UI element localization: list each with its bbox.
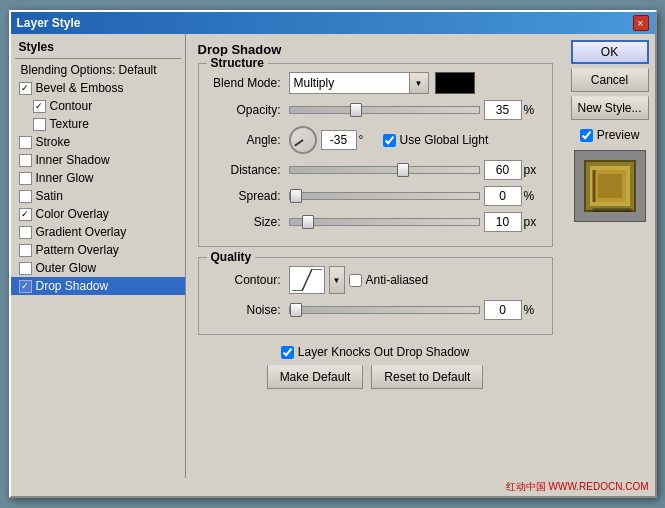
size-row: Size: px: [209, 212, 542, 232]
spread-unit: %: [522, 189, 542, 203]
style-item-drop-shadow[interactable]: Drop Shadow: [11, 277, 185, 295]
noise-label: Noise:: [209, 303, 289, 317]
style-item-bevel[interactable]: Bevel & Emboss: [11, 79, 185, 97]
blend-mode-dropdown[interactable]: Multiply: [289, 72, 409, 94]
anti-aliased-checkbox[interactable]: [349, 274, 362, 287]
divider: [15, 58, 181, 59]
center-bottom: Layer Knocks Out Drop Shadow Make Defaul…: [198, 345, 553, 389]
svg-rect-5: [592, 208, 632, 212]
button-row: Make Default Reset to Default: [267, 365, 484, 389]
quality-label: Quality: [207, 250, 256, 264]
blend-mode-label: Blend Mode:: [209, 76, 289, 90]
blend-mode-arrow[interactable]: ▼: [409, 72, 429, 94]
style-item-texture[interactable]: Texture: [11, 115, 185, 133]
angle-dial[interactable]: [289, 126, 317, 154]
noise-slider[interactable]: [289, 306, 480, 314]
contour-row: Contour: ▼ Anti-aliased: [209, 266, 542, 294]
opacity-label: Opacity:: [209, 103, 289, 117]
structure-label: Structure: [207, 56, 268, 70]
quality-group: Quality Contour: ▼ Anti-aliased: [198, 257, 553, 335]
anti-alias-row[interactable]: Anti-aliased: [349, 273, 429, 287]
pattern-overlay-checkbox[interactable]: [19, 244, 32, 257]
structure-group: Structure Blend Mode: Multiply ▼ Opacity…: [198, 63, 553, 247]
ok-button[interactable]: OK: [571, 40, 649, 64]
blend-color-swatch[interactable]: [435, 72, 475, 94]
center-panel: Drop Shadow Structure Blend Mode: Multip…: [186, 34, 565, 478]
distance-unit: px: [522, 163, 542, 177]
opacity-slider[interactable]: [289, 106, 480, 114]
blending-options-item[interactable]: Blending Options: Default: [11, 61, 185, 79]
angle-input[interactable]: [321, 130, 357, 150]
style-item-satin[interactable]: Satin: [11, 187, 185, 205]
distance-input[interactable]: [484, 160, 522, 180]
texture-checkbox[interactable]: [33, 118, 46, 131]
spread-row: Spread: %: [209, 186, 542, 206]
angle-row: Angle: ° Use Global Light: [209, 126, 542, 154]
outer-glow-checkbox[interactable]: [19, 262, 32, 275]
size-unit: px: [522, 215, 542, 229]
svg-rect-3: [598, 174, 622, 198]
styles-header: Styles: [11, 38, 185, 56]
contour-label: Contour:: [209, 273, 289, 287]
style-item-gradient-overlay[interactable]: Gradient Overlay: [11, 223, 185, 241]
section-title: Drop Shadow: [198, 42, 553, 57]
close-button[interactable]: ×: [633, 15, 649, 31]
gradient-overlay-checkbox[interactable]: [19, 226, 32, 239]
dialog-title: Layer Style: [17, 16, 81, 30]
noise-row: Noise: %: [209, 300, 542, 320]
right-panel: OK Cancel New Style... Preview: [565, 34, 655, 478]
distance-slider[interactable]: [289, 166, 480, 174]
make-default-button[interactable]: Make Default: [267, 365, 364, 389]
layer-knocks-checkbox[interactable]: [281, 346, 294, 359]
style-item-color-overlay[interactable]: Color Overlay: [11, 205, 185, 223]
contour-arrow[interactable]: ▼: [329, 266, 345, 294]
noise-unit: %: [522, 303, 542, 317]
style-item-inner-glow[interactable]: Inner Glow: [11, 169, 185, 187]
noise-input[interactable]: [484, 300, 522, 320]
spread-label: Spread:: [209, 189, 289, 203]
new-style-button[interactable]: New Style...: [571, 96, 649, 120]
preview-checkbox[interactable]: [580, 129, 593, 142]
contour-thumbnail[interactable]: [289, 266, 325, 294]
style-item-outer-glow[interactable]: Outer Glow: [11, 259, 185, 277]
angle-label: Angle:: [209, 133, 289, 147]
opacity-unit: %: [522, 103, 542, 117]
inner-glow-checkbox[interactable]: [19, 172, 32, 185]
color-overlay-checkbox[interactable]: [19, 208, 32, 221]
distance-label: Distance:: [209, 163, 289, 177]
preview-thumbnail: [574, 150, 646, 222]
contour-checkbox[interactable]: [33, 100, 46, 113]
style-item-stroke[interactable]: Stroke: [11, 133, 185, 151]
reset-default-button[interactable]: Reset to Default: [371, 365, 483, 389]
inner-shadow-checkbox[interactable]: [19, 154, 32, 167]
opacity-row: Opacity: %: [209, 100, 542, 120]
angle-unit: °: [357, 133, 377, 147]
size-input[interactable]: [484, 212, 522, 232]
opacity-input[interactable]: [484, 100, 522, 120]
satin-checkbox[interactable]: [19, 190, 32, 203]
style-item-contour[interactable]: Contour: [11, 97, 185, 115]
spread-slider[interactable]: [289, 192, 480, 200]
preview-check[interactable]: Preview: [580, 128, 640, 142]
size-slider[interactable]: [289, 218, 480, 226]
stroke-checkbox[interactable]: [19, 136, 32, 149]
size-label: Size:: [209, 215, 289, 229]
spread-input[interactable]: [484, 186, 522, 206]
layer-knocks-row: Layer Knocks Out Drop Shadow: [281, 345, 469, 359]
cancel-button[interactable]: Cancel: [571, 68, 649, 92]
drop-shadow-checkbox[interactable]: [19, 280, 32, 293]
global-light-checkbox[interactable]: [383, 134, 396, 147]
style-item-pattern-overlay[interactable]: Pattern Overlay: [11, 241, 185, 259]
bevel-checkbox[interactable]: [19, 82, 32, 95]
global-light-check[interactable]: Use Global Light: [383, 133, 489, 147]
watermark: 红动中国 WWW.REDOCN.COM: [11, 478, 655, 496]
left-panel: Styles Blending Options: Default Bevel &…: [11, 34, 186, 478]
blend-mode-row: Blend Mode: Multiply ▼: [209, 72, 542, 94]
title-bar: Layer Style ×: [11, 12, 655, 34]
style-item-inner-shadow[interactable]: Inner Shadow: [11, 151, 185, 169]
distance-row: Distance: px: [209, 160, 542, 180]
